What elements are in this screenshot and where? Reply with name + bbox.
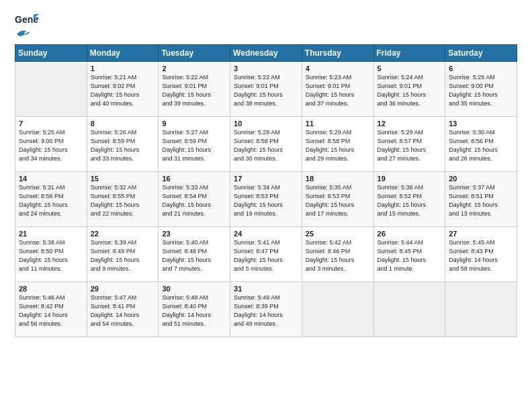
day-number: 3	[234, 64, 299, 73]
col-header-thursday: Thursday	[302, 45, 373, 62]
week-row-3: 14Sunrise: 5:31 AM Sunset: 8:56 PM Dayli…	[15, 172, 517, 227]
day-number: 12	[378, 120, 443, 128]
col-header-tuesday: Tuesday	[159, 45, 230, 62]
day-number: 22	[91, 230, 156, 238]
day-number: 7	[19, 120, 84, 128]
day-info: Sunrise: 5:24 AM Sunset: 9:01 PM Dayligh…	[378, 73, 443, 108]
day-cell: 17Sunrise: 5:34 AM Sunset: 8:53 PM Dayli…	[230, 172, 302, 227]
day-number: 4	[306, 64, 371, 73]
week-row-2: 7Sunrise: 5:25 AM Sunset: 9:00 PM Daylig…	[15, 117, 517, 172]
day-cell: 21Sunrise: 5:38 AM Sunset: 8:50 PM Dayli…	[15, 227, 87, 282]
day-info: Sunrise: 5:42 AM Sunset: 8:46 PM Dayligh…	[306, 238, 371, 273]
day-cell: 8Sunrise: 5:26 AM Sunset: 8:59 PM Daylig…	[87, 117, 159, 172]
day-cell: 31Sunrise: 5:49 AM Sunset: 8:39 PM Dayli…	[230, 282, 302, 337]
day-cell	[302, 282, 373, 337]
day-number: 20	[449, 175, 514, 183]
day-cell: 27Sunrise: 5:45 AM Sunset: 8:43 PM Dayli…	[445, 227, 517, 282]
day-info: Sunrise: 5:29 AM Sunset: 8:58 PM Dayligh…	[306, 128, 371, 163]
day-number: 15	[91, 175, 156, 183]
day-info: Sunrise: 5:31 AM Sunset: 8:56 PM Dayligh…	[19, 183, 84, 218]
day-cell	[373, 282, 445, 337]
day-cell: 28Sunrise: 5:46 AM Sunset: 8:42 PM Dayli…	[15, 282, 87, 337]
day-number: 1	[91, 64, 156, 73]
day-info: Sunrise: 5:35 AM Sunset: 8:53 PM Dayligh…	[306, 183, 371, 218]
day-cell	[15, 62, 87, 117]
week-row-1: 1Sunrise: 5:21 AM Sunset: 9:02 PM Daylig…	[15, 62, 517, 117]
day-number: 27	[449, 230, 514, 238]
day-number: 29	[91, 285, 156, 293]
day-number: 2	[162, 64, 227, 73]
col-header-sunday: Sunday	[15, 45, 87, 62]
header: General	[15, 12, 517, 39]
day-info: Sunrise: 5:45 AM Sunset: 8:43 PM Dayligh…	[449, 238, 514, 273]
header-row: SundayMondayTuesdayWednesdayThursdayFrid…	[15, 45, 517, 62]
day-info: Sunrise: 5:48 AM Sunset: 8:40 PM Dayligh…	[162, 293, 227, 328]
logo-bird-icon	[17, 30, 30, 39]
day-info: Sunrise: 5:34 AM Sunset: 8:53 PM Dayligh…	[234, 183, 299, 218]
day-number: 30	[162, 285, 227, 293]
day-info: Sunrise: 5:41 AM Sunset: 8:47 PM Dayligh…	[234, 238, 299, 273]
day-number: 17	[234, 175, 299, 183]
day-info: Sunrise: 5:25 AM Sunset: 9:00 PM Dayligh…	[19, 128, 84, 163]
day-number: 11	[306, 120, 371, 128]
day-info: Sunrise: 5:22 AM Sunset: 9:01 PM Dayligh…	[162, 73, 227, 108]
day-info: Sunrise: 5:26 AM Sunset: 8:59 PM Dayligh…	[91, 128, 156, 163]
day-info: Sunrise: 5:40 AM Sunset: 8:48 PM Dayligh…	[162, 238, 227, 273]
day-info: Sunrise: 5:21 AM Sunset: 9:02 PM Dayligh…	[91, 73, 156, 108]
day-cell: 10Sunrise: 5:28 AM Sunset: 8:58 PM Dayli…	[230, 117, 302, 172]
day-cell: 2Sunrise: 5:22 AM Sunset: 9:01 PM Daylig…	[159, 62, 230, 117]
day-number: 6	[449, 64, 514, 73]
logo: General	[15, 12, 39, 39]
day-number: 18	[306, 175, 371, 183]
day-cell: 24Sunrise: 5:41 AM Sunset: 8:47 PM Dayli…	[230, 227, 302, 282]
day-cell: 14Sunrise: 5:31 AM Sunset: 8:56 PM Dayli…	[15, 172, 87, 227]
day-number: 9	[162, 120, 227, 128]
day-info: Sunrise: 5:47 AM Sunset: 8:41 PM Dayligh…	[91, 293, 156, 328]
calendar-table: SundayMondayTuesdayWednesdayThursdayFrid…	[15, 44, 517, 337]
day-info: Sunrise: 5:38 AM Sunset: 8:50 PM Dayligh…	[19, 238, 84, 273]
day-number: 26	[378, 230, 443, 238]
day-number: 10	[234, 120, 299, 128]
calendar-page: General SundayMondayTuesdayWednesdayThur…	[0, 0, 532, 411]
day-number: 8	[91, 120, 156, 128]
day-cell: 16Sunrise: 5:33 AM Sunset: 8:54 PM Dayli…	[159, 172, 230, 227]
day-info: Sunrise: 5:23 AM Sunset: 9:01 PM Dayligh…	[306, 73, 371, 108]
day-cell	[445, 282, 517, 337]
day-cell: 9Sunrise: 5:27 AM Sunset: 8:59 PM Daylig…	[159, 117, 230, 172]
day-info: Sunrise: 5:36 AM Sunset: 8:52 PM Dayligh…	[378, 183, 443, 218]
day-cell: 22Sunrise: 5:39 AM Sunset: 8:49 PM Dayli…	[87, 227, 159, 282]
col-header-saturday: Saturday	[445, 45, 517, 62]
day-number: 13	[449, 120, 514, 128]
col-header-friday: Friday	[373, 45, 445, 62]
day-number: 5	[378, 64, 443, 73]
day-cell: 11Sunrise: 5:29 AM Sunset: 8:58 PM Dayli…	[302, 117, 373, 172]
day-cell: 29Sunrise: 5:47 AM Sunset: 8:41 PM Dayli…	[87, 282, 159, 337]
day-number: 21	[19, 230, 84, 238]
day-number: 25	[306, 230, 371, 238]
week-row-5: 28Sunrise: 5:46 AM Sunset: 8:42 PM Dayli…	[15, 282, 517, 337]
day-info: Sunrise: 5:27 AM Sunset: 8:59 PM Dayligh…	[162, 128, 227, 163]
day-info: Sunrise: 5:32 AM Sunset: 8:55 PM Dayligh…	[91, 183, 156, 218]
day-cell: 13Sunrise: 5:30 AM Sunset: 8:56 PM Dayli…	[445, 117, 517, 172]
day-info: Sunrise: 5:39 AM Sunset: 8:49 PM Dayligh…	[91, 238, 156, 273]
day-cell: 12Sunrise: 5:29 AM Sunset: 8:57 PM Dayli…	[373, 117, 445, 172]
day-cell: 5Sunrise: 5:24 AM Sunset: 9:01 PM Daylig…	[373, 62, 445, 117]
day-info: Sunrise: 5:28 AM Sunset: 8:58 PM Dayligh…	[234, 128, 299, 163]
week-row-4: 21Sunrise: 5:38 AM Sunset: 8:50 PM Dayli…	[15, 227, 517, 282]
day-cell: 18Sunrise: 5:35 AM Sunset: 8:53 PM Dayli…	[302, 172, 373, 227]
day-number: 23	[162, 230, 227, 238]
day-cell: 26Sunrise: 5:44 AM Sunset: 8:45 PM Dayli…	[373, 227, 445, 282]
day-cell: 19Sunrise: 5:36 AM Sunset: 8:52 PM Dayli…	[373, 172, 445, 227]
day-info: Sunrise: 5:46 AM Sunset: 8:42 PM Dayligh…	[19, 293, 84, 328]
day-cell: 1Sunrise: 5:21 AM Sunset: 9:02 PM Daylig…	[87, 62, 159, 117]
day-number: 16	[162, 175, 227, 183]
col-header-wednesday: Wednesday	[230, 45, 302, 62]
day-cell: 3Sunrise: 5:22 AM Sunset: 9:01 PM Daylig…	[230, 62, 302, 117]
col-header-monday: Monday	[87, 45, 159, 62]
day-info: Sunrise: 5:44 AM Sunset: 8:45 PM Dayligh…	[378, 238, 443, 273]
day-info: Sunrise: 5:33 AM Sunset: 8:54 PM Dayligh…	[162, 183, 227, 218]
day-number: 19	[378, 175, 443, 183]
day-cell: 7Sunrise: 5:25 AM Sunset: 9:00 PM Daylig…	[15, 117, 87, 172]
day-info: Sunrise: 5:30 AM Sunset: 8:56 PM Dayligh…	[449, 128, 514, 163]
day-info: Sunrise: 5:25 AM Sunset: 9:00 PM Dayligh…	[449, 73, 514, 108]
